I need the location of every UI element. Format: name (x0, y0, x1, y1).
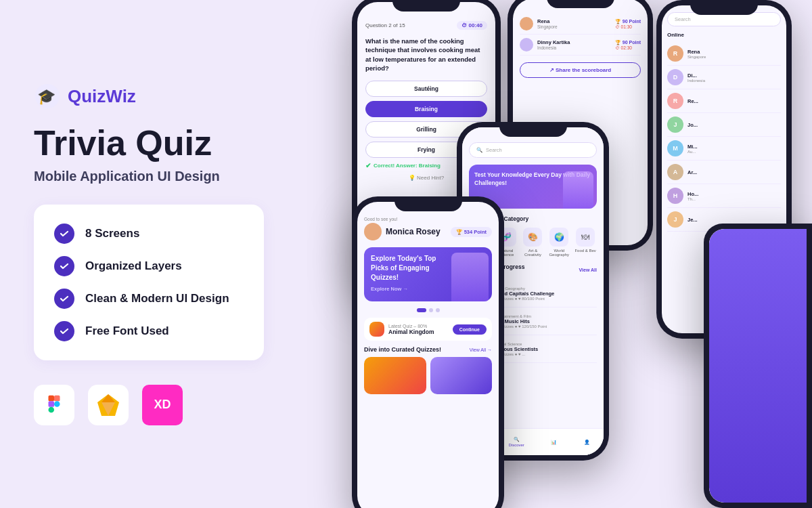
progress-sub-2: 15 Quizzes ● ♥ 120/150 Point (493, 324, 597, 329)
phone-purple-partial (704, 224, 812, 508)
progress-item-text-1: World Geography World Capitals Challenge… (493, 287, 597, 301)
score-name-2: Dinny Kartika (537, 39, 611, 45)
curated-quizzes-row (364, 357, 492, 394)
features-box: 8 Screens Organized Layers Clean & Moder… (34, 205, 264, 360)
latest-quiz-icon (369, 322, 384, 337)
nav-stats[interactable]: 📊 (551, 440, 557, 445)
lb-info-7: Ho... Th... (687, 191, 698, 201)
nav-discover[interactable]: 🔍Discover (508, 437, 524, 447)
progress-title-2: 80's Music Hits (493, 318, 597, 324)
question-counter: Question 2 of 15 (365, 22, 405, 28)
score-points-1: 🏆 90 Point (615, 19, 641, 24)
svg-rect-2 (48, 396, 54, 402)
progress-item-text-3: Natural Science Famous Scientists 20 Qui… (493, 342, 597, 356)
lb-avatar-6: A (667, 164, 683, 180)
category-geo[interactable]: 🌍 World Geography (547, 228, 570, 257)
home-username: Monica Rosey (386, 227, 441, 236)
view-all-link[interactable]: View All (579, 268, 597, 272)
online-label: Online (667, 32, 781, 38)
lb-avatar-5: M (667, 140, 683, 156)
left-panel: 🎓 QuizWiz Trivia Quiz Mobile Application… (0, 0, 298, 508)
phone6-screen (709, 229, 807, 503)
svg-text:🎓: 🎓 (37, 87, 56, 106)
progress-title-1: World Capitals Challenge (493, 291, 597, 297)
home-banner: Explore Today's Top Picks of Engaging Qu… (364, 247, 492, 301)
quiz-question: What is the name of the cooking techniqu… (365, 37, 487, 72)
lb-avatar-2: D (667, 69, 683, 85)
feature-layers: Organized Layers (54, 256, 244, 276)
lb-info-5: Mi... Au... (687, 144, 698, 154)
lb-info-2: Di... Indonesia (687, 72, 705, 83)
lb-info-1: Rena Singapore (687, 49, 706, 59)
score-points-2: 🏆 90 Point (615, 40, 641, 45)
quiz-timer: ⏱ 00:40 (457, 21, 487, 30)
share-scoreboard-button[interactable]: ↗ Share the scoreboard (520, 62, 641, 78)
dot-1 (417, 308, 426, 312)
home-banner-text: Explore Today's Top Picks of Engaging Qu… (371, 254, 438, 282)
home-latest-quiz: Latest Quiz – 80% Animal Kingdom Continu… (364, 318, 492, 341)
category-food[interactable]: 🍽 Food & Bev (574, 228, 597, 257)
lb-info-3: Re... (687, 98, 698, 104)
phone5-notch (690, 0, 758, 15)
score-country-2: Indonesia (537, 45, 611, 50)
lb-avatar-3: R (667, 93, 683, 109)
feature-label-font: Free Font Used (85, 324, 169, 338)
phone3-notch (499, 122, 567, 137)
lb-avatar-8: J (667, 211, 683, 228)
figma-icon (34, 385, 74, 425)
svg-rect-3 (48, 401, 54, 407)
feature-label-layers: Organized Layers (85, 259, 182, 273)
progress-title-3: Famous Scientists (493, 346, 597, 352)
svg-rect-4 (48, 407, 54, 413)
lb-avatar-7: H (667, 188, 683, 204)
lb-row-4: J Jo... (667, 113, 781, 137)
check-icon-font (54, 321, 74, 341)
svg-point-6 (54, 401, 60, 407)
progress-sub-1: 10 Quizzes ● ♥ 80/100 Point (493, 297, 597, 301)
curated-thumb-1[interactable] (364, 357, 426, 394)
lb-row-6: A Ar... (667, 161, 781, 184)
score-row-2: Dinny Kartika Indonesia 🏆 90 Point ⏱ 02:… (520, 35, 641, 56)
progress-item-text-2: Entertainment & Film 80's Music Hits 15 … (493, 314, 597, 329)
purple-screen (709, 229, 807, 503)
quiz-option-2[interactable]: Braising (365, 101, 487, 117)
feature-label-ui: Clean & Modern UI Design (85, 292, 229, 305)
home-screen: Good to see you! Monica Rosey 🏆 534 Poin… (357, 202, 499, 508)
feature-label-screens: 8 Screens (85, 227, 139, 240)
check-icon-screens (54, 224, 74, 244)
nav-profile[interactable]: 👤 (584, 440, 590, 445)
phone4-screen: Good to see you! Monica Rosey 🏆 534 Poin… (357, 202, 499, 508)
dot-3 (436, 308, 440, 312)
lb-avatar-4: J (667, 117, 683, 133)
quiz-header: Question 2 of 15 ⏱ 00:40 (365, 21, 487, 30)
logo-icon: 🎓 (34, 83, 61, 110)
score-time-2: ⏱ 02:30 (615, 45, 641, 50)
main-title: Trivia Quiz (34, 125, 264, 162)
score-row-1: Rena Singapore 🏆 90 Point ⏱ 01:30 (520, 14, 641, 35)
lb-row-2: D Di... Indonesia (667, 66, 781, 89)
score-time-1: ⏱ 01:30 (615, 24, 641, 29)
phone4-notch (394, 196, 462, 211)
phone2-notch (547, 0, 614, 8)
tool-icons: XD (34, 385, 264, 425)
phones-area: Question 2 of 15 ⏱ 00:40 What is the nam… (298, 0, 812, 508)
home-banner-illustration (451, 253, 489, 301)
lb-row-7: H Ho... Th... (667, 184, 781, 208)
continue-button[interactable]: Continue (453, 324, 487, 335)
banner-person-illustration (563, 171, 593, 209)
lb-info-8: Je... (687, 217, 698, 223)
curated-view-all[interactable]: View All → (470, 347, 492, 352)
curated-thumb-2[interactable] (430, 357, 493, 394)
geo-icon: 🌍 (549, 228, 568, 247)
logo-text: QuizWiz (68, 86, 136, 107)
quiz-option-1[interactable]: Sautéing (365, 81, 487, 97)
category-art[interactable]: 🎨 Art & Creativity (522, 228, 545, 257)
sketch-icon (88, 385, 129, 425)
phone-home: Good to see you! Monica Rosey 🏆 534 Poin… (352, 196, 504, 508)
search-icon: 🔍 (476, 147, 482, 153)
discover-search[interactable]: 🔍 Search (469, 142, 597, 158)
home-carousel-dots (364, 308, 492, 312)
home-points-badge: 🏆 534 Point (451, 227, 492, 237)
home-greeting: Good to see you! (364, 217, 492, 221)
lb-info-6: Ar... (687, 169, 697, 175)
